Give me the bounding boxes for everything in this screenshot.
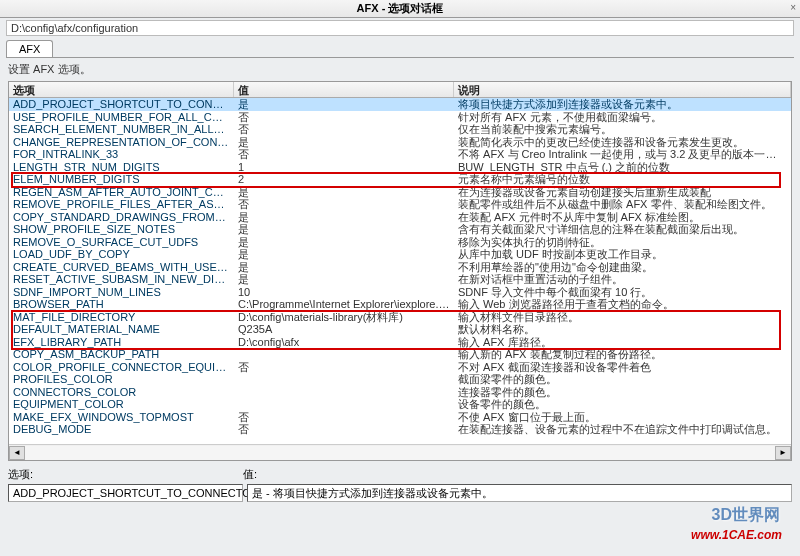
titlebar: AFX - 选项对话框 × [0, 0, 800, 18]
cell-option: DEFAULT_MATERIAL_NAME [9, 323, 234, 336]
cell-option: LOAD_UDF_BY_COPY [9, 248, 234, 261]
table-row[interactable]: REGEN_ASM_AFTER_AUTO_JOINT_CREATION是在为连接… [9, 186, 791, 199]
watermark-url: www.1CAE.com [691, 528, 782, 542]
cell-description: 在装配 AFX 元件时不从库中复制 AFX 标准绘图。 [454, 211, 791, 224]
table-row[interactable]: FOR_INTRALINK_33否不将 AFX 与 Creo Intralink… [9, 148, 791, 161]
cell-value: 2 [234, 173, 454, 186]
table-row[interactable]: LOAD_UDF_BY_COPY是从库中加载 UDF 时按副本更改工作目录。 [9, 248, 791, 261]
cell-option: COPY_STANDARD_DRAWINGS_FROM_LIBRARY [9, 211, 234, 224]
tab-bar: AFX [6, 38, 794, 58]
cell-value: 是 [234, 136, 454, 149]
cell-value: 是 [234, 248, 454, 261]
cell-value: 是 [234, 186, 454, 199]
table-row[interactable]: RESET_ACTIVE_SUBASM_IN_NEW_DIALOG_BOX是在新… [9, 273, 791, 286]
cell-description: BUW_LENGTH_STR 中点号 (.) 之前的位数 [454, 161, 791, 174]
cell-option: SEARCH_ELEMENT_NUMBER_IN_ALL_PROJECT_ASS… [9, 123, 234, 136]
option-field[interactable]: ADD_PROJECT_SHORTCUT_TO_CONNECTOR_EQUIPM… [8, 484, 243, 502]
path-input[interactable]: D:\config\afx/configuration [6, 20, 794, 36]
cell-value [234, 386, 454, 399]
scroll-track[interactable] [25, 446, 775, 460]
table-row[interactable]: CREATE_CURVED_BEAMS_WITH_USE_EDGE是不利用草绘器… [9, 261, 791, 274]
cell-value: D:\config\materials-library(材料库) [234, 311, 454, 324]
scroll-right-icon[interactable]: ► [775, 446, 791, 460]
cell-option: DEBUG_MODE [9, 423, 234, 436]
cell-option: CONNECTORS_COLOR [9, 386, 234, 399]
cell-value: 是 [234, 273, 454, 286]
cell-value: 否 [234, 361, 454, 374]
subtitle: 设置 AFX 选项。 [8, 62, 792, 77]
scroll-left-icon[interactable]: ◄ [9, 446, 25, 460]
table-row[interactable]: EQUIPMENT_COLOR设备零件的颜色。 [9, 398, 791, 411]
cell-value: 否 [234, 111, 454, 124]
table-row[interactable]: ELEM_NUMBER_DIGITS2元素名称中元素编号的位数 [9, 173, 791, 186]
options-table: 选项 值 说明 ADD_PROJECT_SHORTCUT_TO_CONNECTO… [8, 81, 792, 461]
path-text: D:\config\afx/configuration [11, 22, 138, 34]
cell-description: 输入 Web 浏览器路径用于查看文档的命令。 [454, 298, 791, 311]
table-row[interactable]: EFX_LIBRARY_PATHD:\config\afx输入 AFX 库路径。 [9, 336, 791, 349]
cell-value: 10 [234, 286, 454, 299]
table-row[interactable]: ADD_PROJECT_SHORTCUT_TO_CONNECTOR_EQUIPM… [9, 98, 791, 111]
table-row[interactable]: USE_PROFILE_NUMBER_FOR_ALL_COMPONENT_NAM… [9, 111, 791, 124]
cell-description: 不利用草绘器的"使用边"命令创建曲梁。 [454, 261, 791, 274]
cell-value: 否 [234, 123, 454, 136]
cell-value: 1 [234, 161, 454, 174]
cell-description: 移除为实体执行的切削特征。 [454, 236, 791, 249]
table-row[interactable]: COLOR_PROFILE_CONNECTOR_EQUIPMENT_PARTS否… [9, 361, 791, 374]
table-row[interactable]: MAT_FILE_DIRECTORYD:\config\materials-li… [9, 311, 791, 324]
table-row[interactable]: REMOVE_PROFILE_FILES_AFTER_ASSEMBLY否装配零件… [9, 198, 791, 211]
cell-description: 默认材料名称。 [454, 323, 791, 336]
close-icon[interactable]: × [790, 2, 796, 13]
cell-description: 输入新的 AFX 装配复制过程的备份路径。 [454, 348, 791, 361]
table-row[interactable]: MAKE_EFX_WINDOWS_TOPMOST否不使 AFX 窗口位于最上面。 [9, 411, 791, 424]
cell-description: 元素名称中元素编号的位数 [454, 173, 791, 186]
table-row[interactable]: REMOVE_O_SURFACE_CUT_UDFS是移除为实体执行的切削特征。 [9, 236, 791, 249]
table-row[interactable]: DEBUG_MODE否在装配连接器、设备元素的过程中不在追踪文件中打印调试信息。 [9, 423, 791, 436]
col-description[interactable]: 说明 [454, 82, 791, 97]
table-row[interactable]: COPY_ASM_BACKUP_PATH输入新的 AFX 装配复制过程的备份路径… [9, 348, 791, 361]
value-field[interactable]: 是 - 将项目快捷方式添加到连接器或设备元素中。 [247, 484, 792, 502]
cell-option: EQUIPMENT_COLOR [9, 398, 234, 411]
table-row[interactable]: PROFILES_COLOR截面梁零件的颜色。 [9, 373, 791, 386]
cell-description: 不使 AFX 窗口位于最上面。 [454, 411, 791, 424]
cell-option: SHOW_PROFILE_SIZE_NOTES [9, 223, 234, 236]
table-header: 选项 值 说明 [9, 82, 791, 98]
cell-option: REMOVE_O_SURFACE_CUT_UDFS [9, 236, 234, 249]
cell-description: 输入材料文件目录路径。 [454, 311, 791, 324]
table-row[interactable]: LENGTH_STR_NUM_DIGITS1BUW_LENGTH_STR 中点号… [9, 161, 791, 174]
cell-value [234, 348, 454, 361]
cell-value: 否 [234, 423, 454, 436]
cell-option: LENGTH_STR_NUM_DIGITS [9, 161, 234, 174]
cell-option: ELEM_NUMBER_DIGITS [9, 173, 234, 186]
cell-value: D:\config\afx [234, 336, 454, 349]
col-value[interactable]: 值 [234, 82, 454, 97]
table-row[interactable]: SDNF_IMPORT_NUM_LINES10SDNF 导入文件中每个截面梁有 … [9, 286, 791, 299]
cell-option: COPY_ASM_BACKUP_PATH [9, 348, 234, 361]
cell-description: SDNF 导入文件中每个截面梁有 10 行。 [454, 286, 791, 299]
cell-description: 针对所有 AFX 元素，不使用截面梁编号。 [454, 111, 791, 124]
table-row[interactable]: DEFAULT_MATERIAL_NAMEQ235A默认材料名称。 [9, 323, 791, 336]
table-row[interactable]: SHOW_PROFILE_SIZE_NOTES是含有有关截面梁尺寸详细信息的注释… [9, 223, 791, 236]
cell-option: USE_PROFILE_NUMBER_FOR_ALL_COMPONENT_NAM… [9, 111, 234, 124]
table-row[interactable]: BROWSER_PATHC:\Programme\Internet Explor… [9, 298, 791, 311]
cell-option: COLOR_PROFILE_CONNECTOR_EQUIPMENT_PARTS [9, 361, 234, 374]
table-body: ADD_PROJECT_SHORTCUT_TO_CONNECTOR_EQUIPM… [9, 98, 791, 444]
tab-afx[interactable]: AFX [6, 40, 53, 57]
col-option[interactable]: 选项 [9, 82, 234, 97]
horizontal-scrollbar[interactable]: ◄ ► [9, 444, 791, 460]
cell-description: 装配零件或组件后不从磁盘中删除 AFX 零件、装配和绘图文件。 [454, 198, 791, 211]
cell-value: 否 [234, 411, 454, 424]
cell-option: CHANGE_REPRESENTATION_OF_CONNECTOR_EQUIP… [9, 136, 234, 149]
cell-value: C:\Programme\Internet Explorer\iexplore.… [234, 298, 454, 311]
cell-option: REGEN_ASM_AFTER_AUTO_JOINT_CREATION [9, 186, 234, 199]
window-title: AFX - 选项对话框 [357, 1, 444, 16]
table-row[interactable]: CONNECTORS_COLOR连接器零件的颜色。 [9, 386, 791, 399]
watermark-brand: 3D世界网 [712, 505, 780, 526]
cell-value: 否 [234, 148, 454, 161]
table-row[interactable]: SEARCH_ELEMENT_NUMBER_IN_ALL_PROJECT_ASS… [9, 123, 791, 136]
cell-option: CREATE_CURVED_BEAMS_WITH_USE_EDGE [9, 261, 234, 274]
label-option: 选项: [8, 467, 243, 482]
table-row[interactable]: CHANGE_REPRESENTATION_OF_CONNECTOR_EQUIP… [9, 136, 791, 149]
cell-description: 装配简化表示中的更改已经使连接器和设备元素发生更改。 [454, 136, 791, 149]
table-row[interactable]: COPY_STANDARD_DRAWINGS_FROM_LIBRARY是在装配 … [9, 211, 791, 224]
label-value: 值: [243, 467, 257, 482]
